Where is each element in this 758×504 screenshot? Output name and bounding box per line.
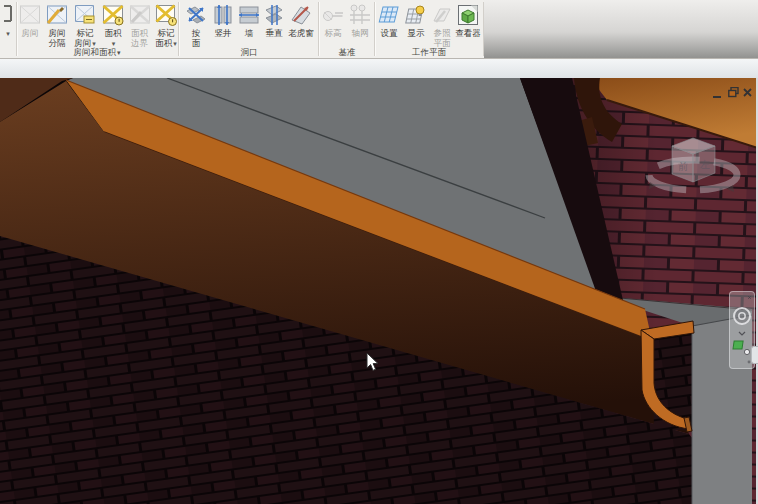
room-icon (17, 3, 43, 29)
ribbon-empty-area (484, 0, 758, 58)
area-icon (100, 3, 126, 29)
panel-label-datum: 基准 (320, 47, 374, 58)
minimize-button[interactable] (713, 86, 723, 96)
opening-by-face-icon (184, 3, 208, 29)
restore-down-button[interactable] (728, 84, 738, 94)
tag-area-icon (153, 3, 179, 29)
panel-label-room-area[interactable]: 房间和面积 (17, 47, 177, 58)
steering-wheel-icon[interactable] (734, 308, 750, 324)
panel-label-workplane: 工作平面 (376, 47, 482, 58)
clipped-icon (0, 3, 15, 29)
grid-icon (347, 3, 373, 29)
viewcube-face-label: 左 (700, 159, 710, 170)
workplane-set-icon (376, 3, 402, 29)
collapsed-panel-tab[interactable] (751, 346, 758, 364)
close-icon[interactable] (743, 84, 753, 94)
level-icon (320, 3, 346, 29)
model-scene: 前 左 (0, 78, 758, 504)
panel-label-opening: 洞口 (184, 47, 314, 58)
viewcube-face-label: 前 (678, 161, 688, 172)
mouse-cursor (366, 352, 380, 376)
chevron-down-icon[interactable] (739, 332, 745, 335)
shaft-opening-icon (210, 3, 236, 29)
dropdown-caret-icon (172, 38, 177, 48)
dropdown-caret-icon (91, 38, 96, 48)
area-boundary-icon (127, 3, 152, 29)
panel-flyout-caret-icon (116, 47, 121, 57)
dropdown-caret-icon (111, 38, 116, 48)
drawing-area-3d-view[interactable]: 前 左 (0, 78, 758, 504)
ref-plane-icon (429, 3, 455, 29)
vertical-opening-icon (262, 3, 286, 29)
navbar-expand-dot[interactable] (748, 361, 751, 364)
viewer-icon (455, 3, 481, 29)
ribbon: 房间 房间分隔 标记房间 面积 面积边界 标记面积 房间和面积 按面 竖井 墙 … (0, 0, 758, 59)
workplane-show-icon (403, 3, 429, 29)
panel-separator (178, 2, 180, 56)
dormer-opening-icon (287, 3, 315, 29)
room-separator-icon (44, 3, 70, 29)
wall-opening-icon (237, 3, 261, 29)
ribbon-partial-button[interactable] (0, 2, 15, 56)
options-bar (0, 59, 758, 79)
zoom-icon[interactable] (733, 341, 750, 355)
navbar-pin-icon[interactable] (748, 296, 751, 299)
tag-room-icon (71, 3, 99, 29)
